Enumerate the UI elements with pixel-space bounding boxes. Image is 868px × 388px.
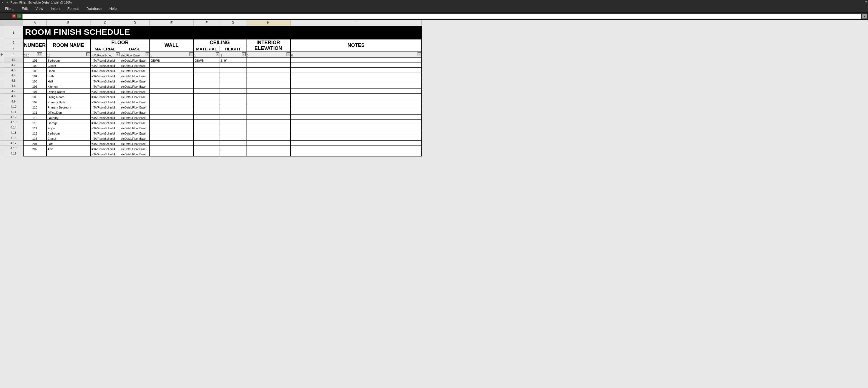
cell-room-name[interactable]: Laundry bbox=[46, 115, 91, 120]
cell-ceiling-material[interactable] bbox=[193, 104, 220, 109]
cell-floor-base[interactable]: eleData'.'Floor Base' bbox=[120, 57, 150, 62]
filter-B[interactable]: 18 ▼ bbox=[46, 52, 91, 57]
cell-notes[interactable] bbox=[290, 135, 422, 140]
cell-ceiling-height[interactable] bbox=[220, 146, 246, 151]
cell-room-name[interactable]: Garage bbox=[46, 120, 91, 125]
filter-dropdown-icon[interactable]: ▼ bbox=[417, 52, 421, 56]
cell-interior-elev[interactable] bbox=[246, 83, 290, 89]
row-gutter[interactable] bbox=[0, 109, 4, 115]
cell-ceiling-material[interactable] bbox=[193, 109, 220, 115]
cell-interior-elev[interactable] bbox=[246, 73, 290, 78]
cell-wall[interactable]: GBWB bbox=[150, 57, 193, 62]
row-header[interactable]: 4.17 bbox=[4, 140, 23, 146]
expand-marker-icon[interactable]: ▸ bbox=[22, 53, 23, 56]
cell-floor-base[interactable]: eleData'.'Floor Base' bbox=[120, 135, 150, 140]
row-gutter[interactable] bbox=[0, 130, 4, 135]
cell-notes[interactable] bbox=[290, 62, 422, 68]
cell-ceiling-height[interactable] bbox=[220, 104, 246, 109]
row-header-1[interactable]: 1 ▸ bbox=[4, 26, 23, 39]
cell-interior-elev[interactable] bbox=[246, 109, 290, 115]
formula-dropdown-icon[interactable]: ▾ bbox=[862, 14, 867, 19]
cell-floor-base[interactable]: eleData'.'Floor Base' bbox=[120, 83, 150, 89]
col-header-I[interactable]: I bbox=[290, 20, 422, 26]
row-gutter[interactable] bbox=[0, 78, 4, 83]
cell-wall[interactable] bbox=[150, 89, 193, 94]
cell-ceiling-material[interactable]: GBWB bbox=[193, 57, 220, 62]
row-header[interactable]: 4.7 bbox=[4, 89, 23, 94]
cell-notes[interactable] bbox=[290, 140, 422, 146]
row-header[interactable]: 4.12 bbox=[4, 115, 23, 120]
cell-ceiling-material[interactable] bbox=[193, 130, 220, 135]
cell-wall[interactable] bbox=[150, 62, 193, 68]
filter-dropdown-icon[interactable]: ▼ bbox=[146, 52, 149, 56]
cell-room-name[interactable]: Hall bbox=[46, 78, 91, 83]
cell-interior-elev[interactable] bbox=[246, 62, 290, 68]
cell-notes[interactable] bbox=[290, 83, 422, 89]
close-icon[interactable]: × bbox=[1, 1, 4, 4]
cell-number[interactable]: 110 bbox=[23, 104, 46, 109]
cell-number[interactable]: 103 bbox=[23, 68, 46, 73]
cell-ceiling-material[interactable] bbox=[193, 151, 220, 156]
cell-ceiling-height[interactable]: 8'-0" bbox=[220, 57, 246, 62]
cell-floor-base[interactable]: eleData'.'Floor Base' bbox=[120, 146, 150, 151]
menu-insert[interactable]: Insert bbox=[47, 5, 64, 12]
row-gutter[interactable] bbox=[0, 120, 4, 125]
cell-floor-base[interactable]: eleData'.'Floor Base' bbox=[120, 94, 150, 99]
cell-ceiling-material[interactable] bbox=[193, 83, 220, 89]
cell-number[interactable] bbox=[23, 151, 46, 156]
row-gutter-4[interactable] bbox=[0, 52, 4, 57]
cell-ceiling-material[interactable] bbox=[193, 115, 220, 120]
cell-number[interactable]: 115 bbox=[23, 130, 46, 135]
cell-floor-material[interactable]: ='JA/RoomSchedul bbox=[91, 135, 120, 140]
row-gutter[interactable] bbox=[0, 99, 4, 104]
row-gutter[interactable] bbox=[0, 68, 4, 73]
col-header-H[interactable]: H bbox=[246, 20, 290, 26]
row-header-2[interactable]: 2 ▸ bbox=[4, 39, 23, 46]
cell-room-name[interactable]: Bedroom bbox=[46, 130, 91, 135]
cell-floor-material[interactable]: ='JA/RoomSchedul bbox=[91, 125, 120, 130]
row-gutter[interactable] bbox=[0, 57, 4, 62]
cell-ceiling-material[interactable] bbox=[193, 99, 220, 104]
cell-floor-material[interactable]: ='JA/RoomSchedul bbox=[91, 78, 120, 83]
cell-room-name[interactable]: Primary Bedroom bbox=[46, 104, 91, 109]
cell-floor-material[interactable]: ='JA/RoomSchedul bbox=[91, 130, 120, 135]
row-gutter[interactable] bbox=[0, 83, 4, 89]
cell-number[interactable]: 107 bbox=[23, 89, 46, 94]
cell-ceiling-height[interactable] bbox=[220, 73, 246, 78]
cell-ceiling-height[interactable] bbox=[220, 89, 246, 94]
row-header[interactable]: 4.15 bbox=[4, 130, 23, 135]
menu-edit[interactable]: Edit bbox=[18, 5, 32, 12]
cell-wall[interactable] bbox=[150, 73, 193, 78]
formula-cancel-button[interactable]: × bbox=[12, 14, 16, 18]
row-header[interactable]: 4.3 bbox=[4, 68, 23, 73]
cell-ceiling-material[interactable] bbox=[193, 62, 220, 68]
cell-ceiling-height[interactable] bbox=[220, 115, 246, 120]
cell-notes[interactable] bbox=[290, 73, 422, 78]
cell-wall[interactable] bbox=[150, 68, 193, 73]
cell-floor-base[interactable]: eleData'.'Floor Base' bbox=[120, 130, 150, 135]
cell-notes[interactable] bbox=[290, 146, 422, 151]
filter-dropdown-icon[interactable]: ▼ bbox=[286, 52, 290, 56]
row-gutter[interactable] bbox=[0, 125, 4, 130]
filter-C[interactable]: ='JA/RoomSched ▼ bbox=[91, 52, 120, 57]
row-header[interactable]: 4.10 bbox=[4, 104, 23, 109]
cell-floor-base[interactable]: eleData'.'Floor Base' bbox=[120, 115, 150, 120]
cell-floor-material[interactable]: ='JA/RoomSchedul bbox=[91, 62, 120, 68]
cell-wall[interactable] bbox=[150, 130, 193, 135]
cell-number[interactable]: 108 bbox=[23, 94, 46, 99]
filter-D[interactable]: ata'.'Floor Base' ▼ bbox=[120, 52, 150, 57]
cell-ceiling-material[interactable] bbox=[193, 78, 220, 83]
cell-notes[interactable] bbox=[290, 151, 422, 156]
row-header-4[interactable]: 4 ▸ bbox=[4, 52, 23, 57]
cell-room-name[interactable]: Dining Room bbox=[46, 89, 91, 94]
cell-interior-elev[interactable] bbox=[246, 135, 290, 140]
cell-number[interactable]: 113 bbox=[23, 120, 46, 125]
cell-notes[interactable] bbox=[290, 68, 422, 73]
cell-wall[interactable] bbox=[150, 151, 193, 156]
row-header-3[interactable]: 3 ▸ bbox=[4, 46, 23, 52]
cell-floor-base[interactable]: eleData'.'Floor Base' bbox=[120, 68, 150, 73]
cell-floor-material[interactable]: ='JA/RoomSchedul bbox=[91, 151, 120, 156]
cell-wall[interactable] bbox=[150, 135, 193, 140]
row-header[interactable]: 4.9 bbox=[4, 99, 23, 104]
cell-wall[interactable] bbox=[150, 120, 193, 125]
